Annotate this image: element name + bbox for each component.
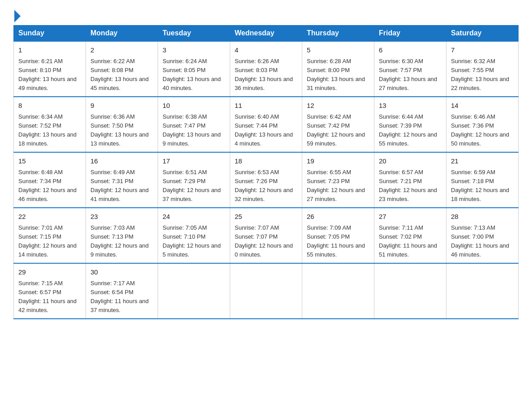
- day-number: 26: [307, 212, 369, 222]
- day-number: 8: [18, 101, 81, 111]
- day-number: 18: [235, 156, 297, 167]
- week-row-4: 22Sunrise: 7:01 AMSunset: 7:15 PMDayligh…: [14, 208, 519, 263]
- day-number: 25: [235, 212, 297, 222]
- day-number: 13: [379, 101, 442, 111]
- calendar-cell: 20Sunrise: 6:57 AMSunset: 7:21 PMDayligh…: [374, 152, 446, 208]
- day-info: Sunrise: 6:22 AMSunset: 8:08 PMDaylight:…: [90, 57, 153, 93]
- day-info: Sunrise: 6:34 AMSunset: 7:52 PMDaylight:…: [18, 112, 81, 149]
- calendar-cell: 25Sunrise: 7:07 AMSunset: 7:07 PMDayligh…: [230, 208, 302, 263]
- calendar-cell: 15Sunrise: 6:48 AMSunset: 7:34 PMDayligh…: [14, 152, 86, 208]
- calendar-cell: 7Sunrise: 6:32 AMSunset: 7:55 PMDaylight…: [446, 41, 519, 97]
- calendar-cell: 23Sunrise: 7:03 AMSunset: 7:13 PMDayligh…: [86, 208, 158, 263]
- calendar-cell: 26Sunrise: 7:09 AMSunset: 7:05 PMDayligh…: [302, 208, 374, 263]
- week-row-5: 29Sunrise: 7:15 AMSunset: 6:57 PMDayligh…: [14, 263, 519, 319]
- day-info: Sunrise: 6:48 AMSunset: 7:34 PMDaylight:…: [18, 168, 81, 204]
- calendar-cell: 5Sunrise: 6:28 AMSunset: 8:00 PMDaylight…: [302, 41, 374, 97]
- calendar-cell: 29Sunrise: 7:15 AMSunset: 6:57 PMDayligh…: [14, 263, 86, 319]
- day-info: Sunrise: 7:05 AMSunset: 7:10 PMDaylight:…: [163, 223, 225, 260]
- day-info: Sunrise: 6:51 AMSunset: 7:29 PMDaylight:…: [163, 168, 225, 204]
- calendar-header-row: SundayMondayTuesdayWednesdayThursdayFrid…: [14, 26, 519, 42]
- calendar-cell: 4Sunrise: 6:26 AMSunset: 8:03 PMDaylight…: [230, 41, 302, 97]
- day-number: 9: [90, 101, 153, 111]
- day-number: 30: [90, 267, 153, 278]
- day-number: 16: [90, 156, 153, 167]
- day-info: Sunrise: 7:15 AMSunset: 6:57 PMDaylight:…: [18, 279, 81, 315]
- day-info: Sunrise: 6:57 AMSunset: 7:21 PMDaylight:…: [379, 168, 442, 204]
- day-info: Sunrise: 6:55 AMSunset: 7:23 PMDaylight:…: [307, 168, 369, 204]
- day-number: 6: [379, 45, 442, 56]
- day-info: Sunrise: 6:40 AMSunset: 7:44 PMDaylight:…: [235, 112, 297, 149]
- day-number: 4: [235, 45, 297, 56]
- day-info: Sunrise: 6:46 AMSunset: 7:36 PMDaylight:…: [451, 112, 514, 149]
- calendar-cell: 2Sunrise: 6:22 AMSunset: 8:08 PMDaylight…: [86, 41, 158, 97]
- day-info: Sunrise: 6:30 AMSunset: 7:57 PMDaylight:…: [379, 57, 442, 93]
- logo: [13, 9, 21, 21]
- day-number: 11: [235, 101, 297, 111]
- day-info: Sunrise: 6:32 AMSunset: 7:55 PMDaylight:…: [451, 57, 514, 93]
- calendar-cell: 3Sunrise: 6:24 AMSunset: 8:05 PMDaylight…: [158, 41, 230, 97]
- day-number: 5: [307, 45, 369, 56]
- day-number: 19: [307, 156, 369, 167]
- header-monday: Monday: [86, 26, 158, 42]
- day-number: 21: [451, 156, 514, 167]
- week-row-1: 1Sunrise: 6:21 AMSunset: 8:10 PMDaylight…: [14, 41, 519, 97]
- week-row-2: 8Sunrise: 6:34 AMSunset: 7:52 PMDaylight…: [14, 97, 519, 152]
- logo-arrow-icon: [14, 10, 21, 22]
- day-number: 3: [163, 45, 225, 56]
- calendar-cell: 6Sunrise: 6:30 AMSunset: 7:57 PMDaylight…: [374, 41, 446, 97]
- calendar-cell: [230, 263, 302, 319]
- week-row-3: 15Sunrise: 6:48 AMSunset: 7:34 PMDayligh…: [14, 152, 519, 208]
- day-info: Sunrise: 6:44 AMSunset: 7:39 PMDaylight:…: [379, 112, 442, 149]
- day-info: Sunrise: 7:17 AMSunset: 6:54 PMDaylight:…: [90, 279, 153, 315]
- calendar-cell: [158, 263, 230, 319]
- day-number: 14: [451, 101, 514, 111]
- day-number: 28: [451, 212, 514, 222]
- calendar-cell: 16Sunrise: 6:49 AMSunset: 7:31 PMDayligh…: [86, 152, 158, 208]
- day-info: Sunrise: 6:26 AMSunset: 8:03 PMDaylight:…: [235, 57, 297, 93]
- calendar-cell: 8Sunrise: 6:34 AMSunset: 7:52 PMDaylight…: [14, 97, 86, 152]
- day-number: 2: [90, 45, 153, 56]
- day-info: Sunrise: 6:21 AMSunset: 8:10 PMDaylight:…: [18, 57, 81, 93]
- day-number: 17: [163, 156, 225, 167]
- calendar-cell: 19Sunrise: 6:55 AMSunset: 7:23 PMDayligh…: [302, 152, 374, 208]
- calendar-table: SundayMondayTuesdayWednesdayThursdayFrid…: [13, 25, 519, 319]
- calendar-cell: 28Sunrise: 7:13 AMSunset: 7:00 PMDayligh…: [446, 208, 519, 263]
- calendar-cell: 9Sunrise: 6:36 AMSunset: 7:50 PMDaylight…: [86, 97, 158, 152]
- day-number: 29: [18, 267, 81, 278]
- day-info: Sunrise: 6:38 AMSunset: 7:47 PMDaylight:…: [163, 112, 225, 149]
- header-saturday: Saturday: [446, 26, 519, 42]
- header-tuesday: Tuesday: [158, 26, 230, 42]
- header-sunday: Sunday: [14, 26, 86, 42]
- calendar-cell: 24Sunrise: 7:05 AMSunset: 7:10 PMDayligh…: [158, 208, 230, 263]
- day-info: Sunrise: 7:11 AMSunset: 7:02 PMDaylight:…: [379, 223, 442, 260]
- day-info: Sunrise: 6:28 AMSunset: 8:00 PMDaylight:…: [307, 57, 369, 93]
- calendar-cell: 14Sunrise: 6:46 AMSunset: 7:36 PMDayligh…: [446, 97, 519, 152]
- day-info: Sunrise: 7:09 AMSunset: 7:05 PMDaylight:…: [307, 223, 369, 260]
- day-number: 22: [18, 212, 81, 222]
- day-info: Sunrise: 7:03 AMSunset: 7:13 PMDaylight:…: [90, 223, 153, 260]
- day-info: Sunrise: 7:13 AMSunset: 7:00 PMDaylight:…: [451, 223, 514, 260]
- day-info: Sunrise: 6:42 AMSunset: 7:42 PMDaylight:…: [307, 112, 369, 149]
- day-info: Sunrise: 6:36 AMSunset: 7:50 PMDaylight:…: [90, 112, 153, 149]
- calendar-cell: [446, 263, 519, 319]
- calendar-cell: 17Sunrise: 6:51 AMSunset: 7:29 PMDayligh…: [158, 152, 230, 208]
- day-number: 23: [90, 212, 153, 222]
- calendar-cell: 18Sunrise: 6:53 AMSunset: 7:26 PMDayligh…: [230, 152, 302, 208]
- day-number: 7: [451, 45, 514, 56]
- day-info: Sunrise: 6:49 AMSunset: 7:31 PMDaylight:…: [90, 168, 153, 204]
- day-number: 20: [379, 156, 442, 167]
- day-info: Sunrise: 6:53 AMSunset: 7:26 PMDaylight:…: [235, 168, 297, 204]
- calendar-cell: [302, 263, 374, 319]
- day-info: Sunrise: 6:59 AMSunset: 7:18 PMDaylight:…: [451, 168, 514, 204]
- header-thursday: Thursday: [302, 26, 374, 42]
- calendar-cell: 21Sunrise: 6:59 AMSunset: 7:18 PMDayligh…: [446, 152, 519, 208]
- calendar-cell: [374, 263, 446, 319]
- day-number: 12: [307, 101, 369, 111]
- header-wednesday: Wednesday: [230, 26, 302, 42]
- day-info: Sunrise: 7:01 AMSunset: 7:15 PMDaylight:…: [18, 223, 81, 260]
- calendar-cell: 10Sunrise: 6:38 AMSunset: 7:47 PMDayligh…: [158, 97, 230, 152]
- day-info: Sunrise: 7:07 AMSunset: 7:07 PMDaylight:…: [235, 223, 297, 260]
- calendar-cell: 30Sunrise: 7:17 AMSunset: 6:54 PMDayligh…: [86, 263, 158, 319]
- calendar-cell: 22Sunrise: 7:01 AMSunset: 7:15 PMDayligh…: [14, 208, 86, 263]
- calendar-cell: 1Sunrise: 6:21 AMSunset: 8:10 PMDaylight…: [14, 41, 86, 97]
